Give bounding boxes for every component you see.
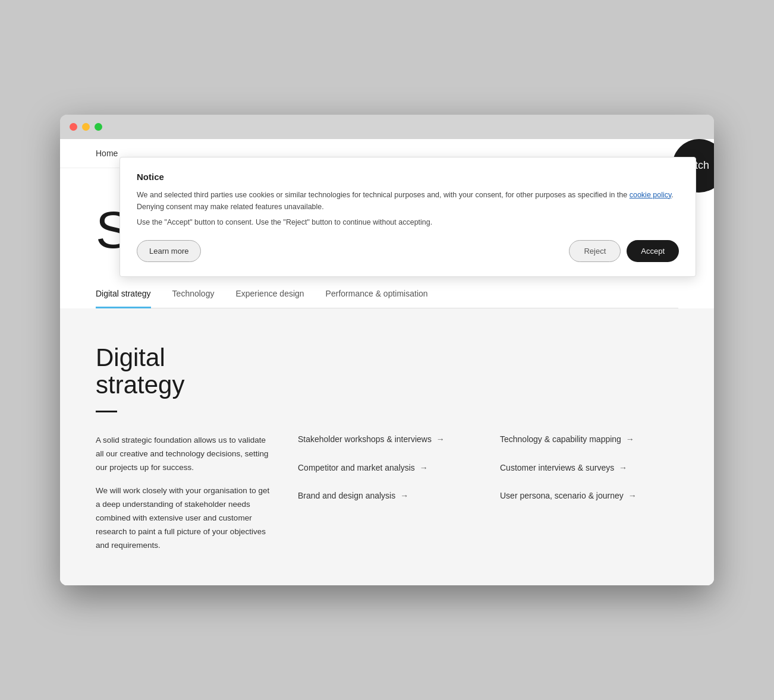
service-label-brand: Brand and design analysis — [298, 491, 395, 500]
tab-digital-strategy[interactable]: Digital strategy — [96, 280, 151, 308]
arrow-technology: → — [626, 434, 634, 444]
reject-button[interactable]: Reject — [569, 240, 621, 262]
arrow-competitor: → — [420, 463, 428, 472]
tab-performance[interactable]: Performance & optimisation — [326, 280, 428, 308]
service-list-col2: Technology & capability mapping → Custom… — [500, 434, 678, 562]
section-divider — [96, 411, 117, 412]
section-description: A solid strategic foundation allows us t… — [96, 434, 274, 562]
section-title: Digital strategy — [96, 344, 678, 399]
description-p1: A solid strategic foundation allows us t… — [96, 434, 274, 475]
arrow-stakeholder: → — [436, 434, 445, 444]
cookie-btn-group: Reject Accept — [569, 240, 679, 262]
cookie-body: We and selected third parties use cookie… — [137, 189, 679, 213]
section-title-line1: Digital — [96, 343, 165, 371]
service-label-user-persona: User persona, scenario & journey — [500, 491, 624, 500]
browser-content: Home atch Notice We and selected third p… — [60, 139, 714, 586]
maximize-button[interactable] — [95, 123, 102, 131]
description-p2: We will work closely with your organisat… — [96, 484, 274, 553]
nav-links: Home — [96, 149, 118, 158]
minimize-button[interactable] — [82, 123, 90, 131]
nav-home[interactable]: Home — [96, 149, 118, 158]
service-item-technology[interactable]: Technology & capability mapping → — [500, 434, 678, 446]
accept-button[interactable]: Accept — [627, 240, 679, 262]
section-title-line2: strategy — [96, 371, 184, 399]
service-label-customer: Customer interviews & surveys — [500, 463, 614, 472]
service-item-competitor[interactable]: Competitor and market analysis → — [298, 462, 476, 474]
service-label-competitor: Competitor and market analysis — [298, 463, 415, 472]
section-grid: A solid strategic foundation allows us t… — [96, 434, 678, 562]
browser-window: Home atch Notice We and selected third p… — [60, 115, 714, 586]
service-label-technology: Technology & capability mapping — [500, 434, 621, 444]
learn-more-button[interactable]: Learn more — [137, 240, 201, 262]
service-label-stakeholder: Stakeholder workshops & interviews — [298, 434, 432, 444]
close-button[interactable] — [70, 123, 77, 131]
service-item-stakeholder[interactable]: Stakeholder workshops & interviews → — [298, 434, 476, 446]
cookie-body-text1: We and selected third parties use cookie… — [137, 191, 627, 199]
arrow-customer: → — [619, 463, 627, 472]
tab-technology[interactable]: Technology — [172, 280, 215, 308]
arrow-brand: → — [400, 491, 408, 500]
service-list-col1: Stakeholder workshops & interviews → Com… — [298, 434, 476, 562]
cookie-title: Notice — [137, 172, 679, 182]
section-content: Digital strategy A solid strategic found… — [60, 308, 714, 586]
service-item-user-persona[interactable]: User persona, scenario & journey → — [500, 490, 678, 502]
cookie-actions: Learn more Reject Accept — [137, 240, 679, 262]
service-item-customer[interactable]: Customer interviews & surveys → — [500, 462, 678, 474]
cookie-body3: Use the "Accept" button to consent. Use … — [137, 216, 679, 228]
service-item-brand[interactable]: Brand and design analysis → — [298, 490, 476, 502]
cookie-policy-link[interactable]: cookie policy — [630, 191, 672, 199]
browser-titlebar — [60, 115, 714, 139]
arrow-user-persona: → — [628, 491, 637, 500]
tabs-container: Digital strategy Technology Experience d… — [96, 280, 678, 308]
tab-experience-design[interactable]: Experience design — [235, 280, 304, 308]
cookie-notice: Notice We and selected third parties use… — [119, 157, 696, 277]
